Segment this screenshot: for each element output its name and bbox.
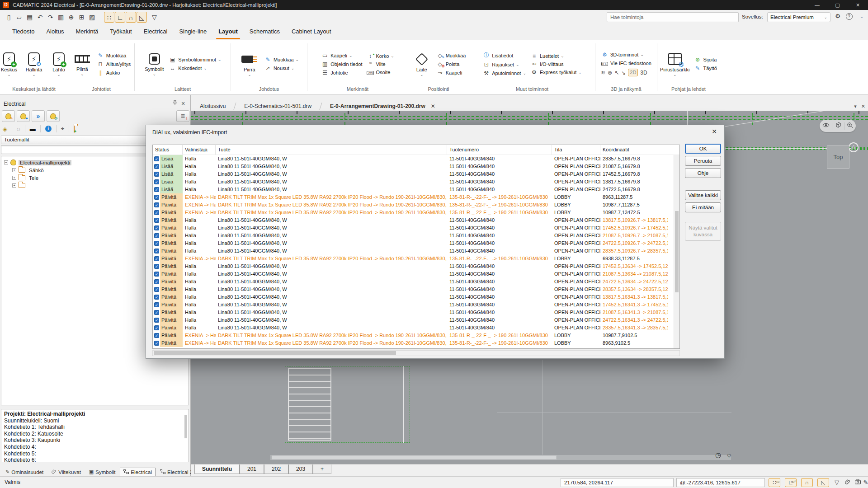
row-checkbox[interactable]: ✓ bbox=[154, 279, 159, 284]
panel-close-icon[interactable]: ✕ bbox=[179, 100, 187, 107]
ribbon-button-sijoita[interactable]: ⊕Sijoita bbox=[693, 56, 717, 63]
ribbon-button-kokotiedot[interactable]: ↔Kokotiedot⌄ bbox=[169, 65, 221, 71]
ortho-angle-icon[interactable]: ∟ bbox=[115, 12, 125, 23]
object-snap-icon[interactable]: ∩ bbox=[801, 478, 813, 487]
scrollbar-thumb[interactable] bbox=[272, 455, 557, 460]
menu-tab-layout[interactable]: Layout bbox=[212, 24, 244, 40]
toggle-2d-button[interactable]: 2D bbox=[628, 69, 638, 76]
table-row[interactable]: ✓PäivitäHallaLina80 11-501I-40GGM/840, W… bbox=[153, 239, 674, 247]
set-square-icon[interactable]: ◺ bbox=[137, 12, 147, 23]
menu-tab-single-line[interactable]: Single-line bbox=[173, 24, 212, 40]
tree-expander[interactable]: + bbox=[12, 168, 16, 172]
table-horizontal-scrollbar[interactable] bbox=[152, 350, 680, 356]
table-row[interactable]: ✓PäivitäHallaLina80 11-501I-40GGM/840, W… bbox=[153, 324, 674, 332]
sheet-tab-202[interactable]: 202 bbox=[264, 465, 288, 474]
ribbon-button-osoite[interactable]: 255Osoite bbox=[367, 69, 394, 75]
canvas-horizontal-scrollbar[interactable] bbox=[270, 455, 731, 460]
table-row[interactable]: ✓PäivitäHallaLina80 11-501I-40GGM/840, W… bbox=[153, 293, 674, 301]
table-row[interactable]: ✓LisääHallaLina80 11-501I-40GGM/840, W11… bbox=[153, 178, 674, 186]
ribbon-button-objektin-tiedot[interactable]: ▥Objektin tiedot bbox=[321, 61, 362, 67]
sphere-view-icon[interactable]: ⊛ bbox=[608, 70, 612, 76]
ribbon-button-muokkaa[interactable]: ◇✎Muokkaa bbox=[436, 52, 466, 59]
database-info-button[interactable]: ● bbox=[17, 110, 30, 122]
row-checkbox[interactable]: ✓ bbox=[154, 241, 159, 246]
add-sheet-tab[interactable]: + bbox=[313, 465, 331, 474]
sort-button[interactable]: ≣↑ bbox=[176, 110, 189, 122]
undo-icon[interactable]: ↶ bbox=[35, 12, 45, 23]
row-checkbox[interactable]: ✓ bbox=[154, 179, 159, 184]
set-square-icon[interactable]: ◺ bbox=[817, 478, 829, 487]
row-checkbox[interactable]: ✓ bbox=[154, 164, 159, 169]
table-row[interactable]: ✓PäivitäHallaLina80 11-501I-40GGM/840, W… bbox=[153, 263, 674, 270]
filter-icon[interactable]: ▽ bbox=[149, 12, 160, 23]
table-row[interactable]: ✓PäivitäHallaLina80 11-501I-40GGM/840, W… bbox=[153, 232, 674, 239]
select-none-button[interactable]: Ei mitään bbox=[685, 202, 721, 212]
display-settings-icon[interactable]: ☼ bbox=[726, 451, 732, 459]
panel-tab-symbolit[interactable]: ▣Symbolit bbox=[85, 467, 119, 476]
table-row[interactable]: ✓LisääHallaLina80 11-501I-40GGM/840, W11… bbox=[153, 163, 674, 170]
view-cube-top[interactable]: Top bbox=[827, 145, 849, 169]
menu-tab-aloitus[interactable]: Aloitus bbox=[40, 24, 70, 40]
column-header-status[interactable]: Status bbox=[153, 145, 183, 155]
close-button[interactable]: ✕ bbox=[848, 0, 868, 10]
panel-tab-ominaisuudet[interactable]: ✎Ominaisuudet bbox=[2, 467, 47, 476]
menu-tab-ty-kalut[interactable]: Työkalut bbox=[104, 24, 137, 40]
save-icon[interactable]: ▤ bbox=[24, 12, 35, 23]
table-row[interactable]: ✓PäivitäEXENIA -> HallaDARK TILT TRIM Ma… bbox=[153, 209, 674, 216]
column-header-tila[interactable]: Tila bbox=[552, 145, 600, 155]
ribbon-button-korko[interactable]: ↕●Korko⌄ bbox=[367, 53, 394, 59]
ribbon-button-hallinta[interactable]: ⚡⚙Hallinta⌄ bbox=[24, 52, 44, 76]
table-row[interactable]: ✓PäivitäHallaLina80 11-501I-40GGM/840, W… bbox=[153, 278, 674, 286]
sheet-tab-203[interactable]: 203 bbox=[288, 465, 313, 474]
ribbon-button-kaapeli[interactable]: ▭Kaapeli⌄ bbox=[321, 52, 362, 59]
ribbon-button-vie-ifc-tiedostoon[interactable]: IFCVie IFC-tiedostoon bbox=[601, 60, 651, 66]
zoom-area-icon[interactable] bbox=[847, 122, 853, 130]
settings-gear-icon[interactable]: ⚙ bbox=[833, 13, 842, 19]
ribbon-button-muokkaa[interactable]: ✎Muokkaa bbox=[97, 52, 131, 59]
search-binoculars-icon[interactable]: ⌖ bbox=[61, 125, 64, 132]
ribbon-button-johtotie[interactable]: ☰Johtotie bbox=[321, 70, 362, 76]
row-checkbox[interactable]: ✓ bbox=[154, 233, 159, 238]
menu-tab-cabinet-layout[interactable]: Cabinet Layout bbox=[286, 24, 337, 40]
column-header-tuote[interactable]: Tuote bbox=[216, 145, 447, 155]
scrollbar-thumb[interactable] bbox=[184, 415, 187, 438]
table-row[interactable]: ✓PäivitäEXENIA -> HallaDARK TILT TRIM Ma… bbox=[153, 339, 674, 347]
visibility-settings-icon[interactable] bbox=[822, 122, 830, 129]
print-icon[interactable]: ▥ bbox=[56, 12, 66, 23]
ok-button[interactable]: OK bbox=[685, 144, 721, 154]
row-checkbox[interactable]: ✓ bbox=[154, 249, 159, 253]
ribbon-button-piirustusarkki[interactable]: ⚙Piirustusarkki⌄ bbox=[660, 52, 689, 76]
row-checkbox[interactable]: ✓ bbox=[154, 325, 159, 330]
grid-snap-icon[interactable]: ∷10 bbox=[769, 478, 780, 487]
table-row[interactable]: ✓PäivitäHallaLina80 11-501I-40GGM/840, W… bbox=[153, 247, 674, 255]
tab-bar-close-icon[interactable]: ✕ bbox=[861, 103, 865, 109]
row-checkbox[interactable]: ✓ bbox=[154, 195, 159, 200]
view-cube-icon[interactable] bbox=[835, 122, 841, 130]
ribbon-button-poista[interactable]: ◇⊗Poista bbox=[436, 61, 466, 67]
symbols-filter-icon[interactable]: ◈ bbox=[3, 126, 7, 132]
table-row[interactable]: ✓PäivitäEXENIA -> HallaDARK TILT TRIM Ma… bbox=[153, 193, 674, 201]
table-row[interactable]: ✓PäivitäHallaLina80 11-501I-40GGM/840, W… bbox=[153, 216, 674, 224]
tree-expander[interactable]: + bbox=[12, 183, 16, 188]
column-header-tuotenumero[interactable]: Tuotenumero bbox=[447, 145, 552, 155]
document-tab-e-0-arrangementdrawing-01-200-drw[interactable]: E-0-ArrangementDrawing-01-200.drw✕ bbox=[321, 102, 444, 111]
history-clock-icon[interactable]: ◷ bbox=[715, 451, 721, 459]
row-checkbox[interactable]: ✓ bbox=[154, 341, 159, 346]
tree-expander[interactable]: − bbox=[4, 160, 8, 164]
paperclip-icon[interactable] bbox=[844, 479, 852, 486]
ribbon-button-lis-tiedot[interactable]: ⓘLisätiedot bbox=[482, 52, 526, 59]
preview-icon[interactable]: ◌ bbox=[17, 126, 20, 132]
ribbon-button-laite[interactable]: Laite⌄ bbox=[411, 52, 432, 76]
ribbon-button-express-ty-kalut[interactable]: ⚙Express-työkalut⌄ bbox=[530, 69, 582, 75]
column-header-koordinaatit[interactable]: Koordinaatit bbox=[600, 145, 668, 155]
menu-tab-schematics[interactable]: Schematics bbox=[244, 24, 286, 40]
copy-icon[interactable]: ⊞ bbox=[76, 12, 87, 23]
help-icon[interactable]: ? bbox=[844, 13, 854, 20]
minimize-button[interactable]: — bbox=[807, 0, 827, 10]
tab-list-icon[interactable]: ▾ bbox=[854, 103, 857, 109]
ribbon-button-symbolitoiminnot[interactable]: ▣Symbolitoiminnot⌄ bbox=[169, 56, 221, 63]
ribbon-button-aukko[interactable]: ∥Aukko bbox=[97, 70, 131, 76]
row-checkbox[interactable]: ✓ bbox=[154, 310, 159, 315]
import-button[interactable]: » bbox=[32, 110, 45, 122]
grid-snap-icon[interactable]: ∷ bbox=[104, 12, 114, 23]
